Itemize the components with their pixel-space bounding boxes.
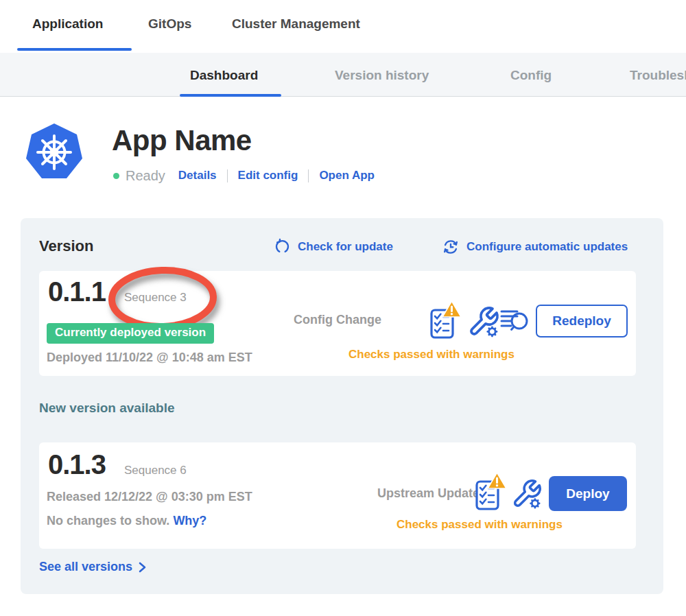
preflight-checks-icon[interactable]	[429, 300, 462, 340]
available-sequence-label: Sequence 6	[124, 464, 187, 477]
configure-automatic-updates-link[interactable]: Configure automatic updates	[441, 237, 628, 257]
available-source-label: Upstream Update	[377, 486, 480, 501]
deployed-version-row: 0.1.1 Sequence 3 Currently deployed vers…	[39, 271, 636, 376]
redeploy-button[interactable]: Redeploy	[536, 305, 628, 337]
deployed-sequence-label: Sequence 3	[124, 291, 187, 305]
tab-config[interactable]: Config	[510, 68, 552, 83]
details-link[interactable]: Details	[178, 169, 217, 182]
no-changes-text: No changes to show.	[47, 514, 169, 528]
tab-application[interactable]: Application	[32, 16, 103, 32]
preflight-checks-icon[interactable]	[475, 471, 508, 511]
deployed-source-label: Config Change	[294, 313, 381, 327]
deploy-button[interactable]: Deploy	[549, 476, 627, 511]
primary-nav: Application GitOps Cluster Management	[0, 0, 686, 53]
check-for-update-label: Check for update	[298, 240, 393, 254]
wrench-gear-icon[interactable]	[511, 478, 543, 510]
tab-dashboard[interactable]: Dashboard	[190, 68, 258, 83]
app-status-row: Ready Details Edit config Open App	[113, 167, 375, 185]
deployed-version-number: 0.1.1	[48, 276, 106, 307]
clock-refresh-icon	[441, 237, 460, 257]
page-title: App Name	[112, 124, 252, 157]
tab-cluster-management[interactable]: Cluster Management	[232, 16, 360, 32]
why-link[interactable]: Why?	[173, 514, 206, 528]
version-card: Version Check for update Configure autom…	[21, 218, 663, 594]
status-label: Ready	[126, 168, 165, 184]
active-subtab-underline	[180, 94, 281, 97]
active-tab-underline	[17, 48, 132, 51]
changes-note: No changes to show. Why?	[47, 514, 206, 528]
see-all-versions-link[interactable]: See all versions	[39, 560, 147, 574]
secondary-nav: Dashboard Version history Config Trouble…	[0, 53, 686, 97]
check-for-update-link[interactable]: Check for update	[273, 237, 393, 256]
available-version-number: 0.1.3	[48, 449, 106, 480]
new-version-heading: New version available	[39, 401, 175, 416]
tab-troubleshoot[interactable]: Troubleshoot	[630, 68, 686, 83]
refresh-icon	[273, 237, 292, 256]
deployed-checks-status: Checks passed with warnings	[348, 348, 514, 362]
admin-console-page: Application GitOps Cluster Management Da…	[0, 0, 686, 616]
version-card-title: Version	[39, 237, 93, 255]
divider	[308, 169, 309, 182]
open-app-link[interactable]: Open App	[319, 169, 375, 182]
kubernetes-logo-icon	[24, 122, 84, 186]
deployed-timestamp: Deployed 11/10/22 @ 10:48 am EST	[47, 351, 252, 365]
see-all-versions-label: See all versions	[39, 560, 132, 574]
tab-gitops[interactable]: GitOps	[148, 16, 191, 32]
released-timestamp: Released 12/12/22 @ 03:30 pm EST	[47, 490, 252, 504]
divider	[227, 169, 228, 182]
configure-automatic-updates-label: Configure automatic updates	[466, 240, 628, 254]
available-checks-status: Checks passed with warnings	[397, 518, 563, 532]
tab-version-history[interactable]: Version history	[335, 68, 429, 83]
edit-config-link[interactable]: Edit config	[238, 169, 298, 182]
chevron-right-icon	[138, 561, 147, 573]
wrench-gear-icon[interactable]	[467, 305, 500, 338]
ready-status-dot-icon	[113, 173, 119, 179]
view-diff-icon[interactable]	[500, 309, 529, 333]
available-version-row: 0.1.3 Sequence 6 Released 12/12/22 @ 03:…	[39, 442, 636, 549]
currently-deployed-badge: Currently deployed version	[47, 323, 214, 344]
